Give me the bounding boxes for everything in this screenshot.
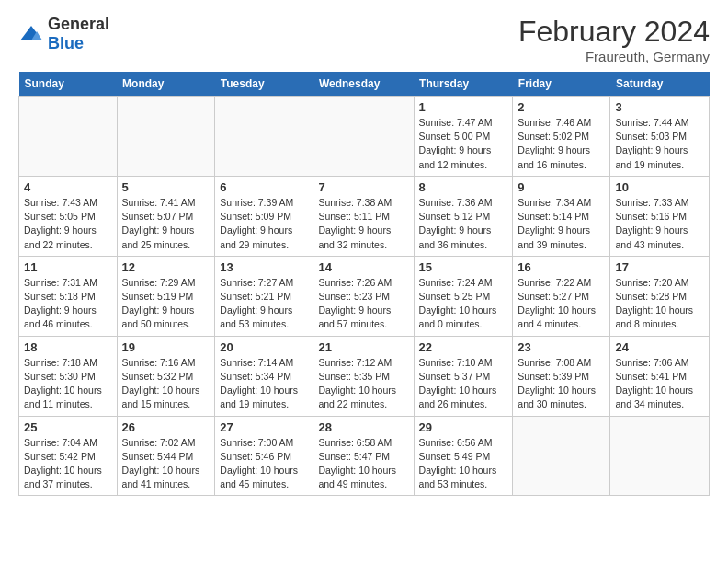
calendar-week-row: 18Sunrise: 7:18 AMSunset: 5:30 PMDayligh… (19, 336, 710, 416)
calendar-cell: 26Sunrise: 7:02 AMSunset: 5:44 PMDayligh… (117, 416, 215, 496)
day-detail: Sunrise: 7:14 AMSunset: 5:34 PMDaylight:… (220, 356, 308, 412)
calendar-cell (513, 416, 610, 496)
calendar-cell: 10Sunrise: 7:33 AMSunset: 5:16 PMDayligh… (610, 176, 710, 256)
weekday-header-saturday: Saturday (610, 72, 710, 97)
day-detail: Sunrise: 7:38 AMSunset: 5:11 PMDaylight:… (318, 196, 408, 252)
calendar-cell: 18Sunrise: 7:18 AMSunset: 5:30 PMDayligh… (19, 336, 118, 416)
day-detail: Sunrise: 6:58 AMSunset: 5:47 PMDaylight:… (318, 436, 408, 492)
calendar-cell (313, 97, 414, 177)
day-number: 14 (318, 260, 408, 274)
calendar-cell: 14Sunrise: 7:26 AMSunset: 5:23 PMDayligh… (313, 256, 414, 336)
calendar-cell: 11Sunrise: 7:31 AMSunset: 5:18 PMDayligh… (19, 256, 118, 336)
day-detail: Sunrise: 7:33 AMSunset: 5:16 PMDaylight:… (615, 196, 704, 252)
calendar-week-row: 4Sunrise: 7:43 AMSunset: 5:05 PMDaylight… (19, 176, 710, 256)
day-number: 22 (419, 340, 508, 354)
weekday-header-friday: Friday (513, 72, 610, 97)
day-number: 12 (122, 260, 210, 274)
calendar-cell: 16Sunrise: 7:22 AMSunset: 5:27 PMDayligh… (513, 256, 610, 336)
day-detail: Sunrise: 7:04 AMSunset: 5:42 PMDaylight:… (24, 436, 112, 492)
day-number: 13 (220, 260, 308, 274)
day-number: 20 (220, 340, 308, 354)
day-number: 19 (122, 340, 210, 354)
day-detail: Sunrise: 6:56 AMSunset: 5:49 PMDaylight:… (419, 436, 508, 492)
calendar-cell: 12Sunrise: 7:29 AMSunset: 5:19 PMDayligh… (117, 256, 215, 336)
day-number: 23 (518, 340, 605, 354)
day-number: 11 (24, 260, 112, 274)
day-detail: Sunrise: 7:41 AMSunset: 5:07 PMDaylight:… (122, 196, 210, 252)
calendar-cell: 21Sunrise: 7:12 AMSunset: 5:35 PMDayligh… (313, 336, 414, 416)
calendar-cell: 24Sunrise: 7:06 AMSunset: 5:41 PMDayligh… (610, 336, 710, 416)
day-number: 25 (24, 420, 112, 434)
day-number: 3 (615, 100, 704, 114)
day-detail: Sunrise: 7:02 AMSunset: 5:44 PMDaylight:… (122, 436, 210, 492)
logo-blue-text: Blue (48, 34, 84, 52)
day-number: 15 (419, 260, 508, 274)
calendar-cell: 15Sunrise: 7:24 AMSunset: 5:25 PMDayligh… (414, 256, 513, 336)
calendar-cell: 27Sunrise: 7:00 AMSunset: 5:46 PMDayligh… (215, 416, 313, 496)
day-number: 27 (220, 420, 308, 434)
calendar-cell: 23Sunrise: 7:08 AMSunset: 5:39 PMDayligh… (513, 336, 610, 416)
calendar-cell: 8Sunrise: 7:36 AMSunset: 5:12 PMDaylight… (414, 176, 513, 256)
calendar-week-row: 11Sunrise: 7:31 AMSunset: 5:18 PMDayligh… (19, 256, 710, 336)
calendar-cell: 9Sunrise: 7:34 AMSunset: 5:14 PMDaylight… (513, 176, 610, 256)
calendar-cell: 19Sunrise: 7:16 AMSunset: 5:32 PMDayligh… (117, 336, 215, 416)
subtitle: Fraureuth, Germany (518, 49, 710, 64)
logo-icon (18, 24, 44, 44)
calendar-cell: 4Sunrise: 7:43 AMSunset: 5:05 PMDaylight… (19, 176, 118, 256)
header: General Blue February 2024 Fraureuth, Ge… (18, 15, 710, 64)
day-number: 17 (615, 260, 704, 274)
day-number: 16 (518, 260, 605, 274)
calendar-cell: 28Sunrise: 6:58 AMSunset: 5:47 PMDayligh… (313, 416, 414, 496)
calendar-week-row: 1Sunrise: 7:47 AMSunset: 5:00 PMDaylight… (19, 97, 710, 177)
weekday-header-sunday: Sunday (19, 72, 118, 97)
day-detail: Sunrise: 7:16 AMSunset: 5:32 PMDaylight:… (122, 356, 210, 412)
day-detail: Sunrise: 7:44 AMSunset: 5:03 PMDaylight:… (615, 116, 704, 172)
calendar-cell (215, 97, 313, 177)
day-number: 7 (318, 180, 408, 194)
day-number: 2 (518, 100, 605, 114)
day-detail: Sunrise: 7:22 AMSunset: 5:27 PMDaylight:… (518, 276, 605, 332)
calendar-cell: 25Sunrise: 7:04 AMSunset: 5:42 PMDayligh… (19, 416, 118, 496)
calendar-cell (117, 97, 215, 177)
day-number: 21 (318, 340, 408, 354)
day-detail: Sunrise: 7:34 AMSunset: 5:14 PMDaylight:… (518, 196, 605, 252)
weekday-header-monday: Monday (117, 72, 215, 97)
calendar-cell: 5Sunrise: 7:41 AMSunset: 5:07 PMDaylight… (117, 176, 215, 256)
day-number: 9 (518, 180, 605, 194)
calendar-cell: 6Sunrise: 7:39 AMSunset: 5:09 PMDaylight… (215, 176, 313, 256)
calendar-cell: 17Sunrise: 7:20 AMSunset: 5:28 PMDayligh… (610, 256, 710, 336)
day-detail: Sunrise: 7:36 AMSunset: 5:12 PMDaylight:… (419, 196, 508, 252)
weekday-header-wednesday: Wednesday (313, 72, 414, 97)
weekday-header-row: SundayMondayTuesdayWednesdayThursdayFrid… (19, 72, 710, 97)
day-detail: Sunrise: 7:27 AMSunset: 5:21 PMDaylight:… (220, 276, 308, 332)
day-number: 4 (24, 180, 112, 194)
weekday-header-thursday: Thursday (414, 72, 513, 97)
day-detail: Sunrise: 7:31 AMSunset: 5:18 PMDaylight:… (24, 276, 112, 332)
day-detail: Sunrise: 7:39 AMSunset: 5:09 PMDaylight:… (220, 196, 308, 252)
day-detail: Sunrise: 7:26 AMSunset: 5:23 PMDaylight:… (318, 276, 408, 332)
day-number: 10 (615, 180, 704, 194)
calendar-cell: 3Sunrise: 7:44 AMSunset: 5:03 PMDaylight… (610, 97, 710, 177)
day-number: 1 (419, 100, 508, 114)
day-number: 24 (615, 340, 704, 354)
day-detail: Sunrise: 7:47 AMSunset: 5:00 PMDaylight:… (419, 116, 508, 172)
day-number: 5 (122, 180, 210, 194)
calendar-cell (19, 97, 118, 177)
calendar-cell: 22Sunrise: 7:10 AMSunset: 5:37 PMDayligh… (414, 336, 513, 416)
day-detail: Sunrise: 7:18 AMSunset: 5:30 PMDaylight:… (24, 356, 112, 412)
logo: General Blue (18, 15, 109, 53)
day-number: 26 (122, 420, 210, 434)
title-area: February 2024 Fraureuth, Germany (518, 15, 710, 64)
day-number: 8 (419, 180, 508, 194)
main-title: February 2024 (518, 15, 710, 49)
day-number: 28 (318, 420, 408, 434)
calendar-cell: 7Sunrise: 7:38 AMSunset: 5:11 PMDaylight… (313, 176, 414, 256)
day-number: 6 (220, 180, 308, 194)
calendar-week-row: 25Sunrise: 7:04 AMSunset: 5:42 PMDayligh… (19, 416, 710, 496)
calendar-cell: 1Sunrise: 7:47 AMSunset: 5:00 PMDaylight… (414, 97, 513, 177)
day-detail: Sunrise: 7:29 AMSunset: 5:19 PMDaylight:… (122, 276, 210, 332)
day-detail: Sunrise: 7:00 AMSunset: 5:46 PMDaylight:… (220, 436, 308, 492)
day-detail: Sunrise: 7:43 AMSunset: 5:05 PMDaylight:… (24, 196, 112, 252)
day-detail: Sunrise: 7:10 AMSunset: 5:37 PMDaylight:… (419, 356, 508, 412)
day-number: 29 (419, 420, 508, 434)
